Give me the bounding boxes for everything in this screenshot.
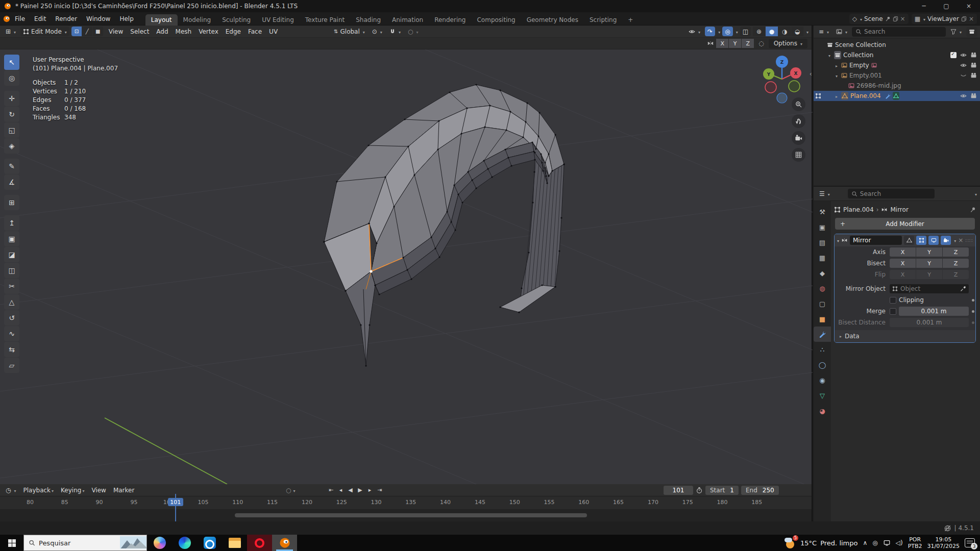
workspace-tab-scripting[interactable]: Scripting <box>584 14 622 26</box>
tool-knife[interactable]: ✂ <box>4 279 19 294</box>
gizmo-neg-y-axis[interactable] <box>789 81 800 92</box>
weather-widget[interactable]: 5 15°C Pred. limpo <box>785 537 857 549</box>
viewport-menu-add[interactable]: Add <box>153 28 172 35</box>
tool-transform[interactable]: ◈ <box>4 138 19 154</box>
play-button[interactable]: ▶ <box>356 487 364 493</box>
properties-tab-output[interactable]: ▤ <box>814 235 831 250</box>
taskbar-app-outlook[interactable] <box>197 535 222 551</box>
tool-shear[interactable]: ▱ <box>4 358 19 373</box>
workspace-tab-animation[interactable]: Animation <box>386 14 429 26</box>
expand-icon[interactable] <box>834 62 839 69</box>
disable-render-icon[interactable] <box>970 92 977 99</box>
orientation-selector[interactable]: ⇅Global <box>331 27 368 36</box>
render-toggle[interactable] <box>941 236 951 245</box>
next-keyframe-button[interactable]: ▸ <box>365 487 374 493</box>
filter-icon[interactable] <box>948 27 964 37</box>
close-button[interactable]: × <box>958 0 980 12</box>
viewport-menu-view[interactable]: View <box>105 28 127 35</box>
tool-poly-build[interactable]: △ <box>4 294 19 310</box>
viewport-menu-mesh[interactable]: Mesh <box>172 28 195 35</box>
workspace-tab-geometry-nodes[interactable]: Geometry Nodes <box>521 14 584 26</box>
xray-toggle[interactable]: ◫ <box>740 27 751 36</box>
data-subpanel[interactable]: Data <box>835 330 975 342</box>
realtime-toggle[interactable] <box>928 236 939 245</box>
copy-icon[interactable] <box>893 15 898 22</box>
taskbar-app-copilot[interactable] <box>147 535 172 551</box>
pivot-selector[interactable]: ⊙ <box>370 27 385 36</box>
jump-end-button[interactable]: ⇥ <box>375 487 384 493</box>
ax-axis-z[interactable]: Z <box>943 247 969 257</box>
workspace-tab-shading[interactable]: Shading <box>350 14 386 26</box>
clock-widget[interactable]: 19:0531/07/2025 <box>927 536 960 549</box>
start-button[interactable] <box>0 535 23 551</box>
wireframe-shading-button[interactable]: ⊕ <box>753 27 765 36</box>
outliner-row-scene-collection[interactable]: Scene Collection <box>814 40 980 50</box>
tray-chevron-icon[interactable]: ∧ <box>863 539 867 546</box>
timeline-scrollbar[interactable] <box>235 513 587 517</box>
taskbar-app-edge[interactable] <box>172 535 197 551</box>
editor-type-button[interactable]: ⊞ <box>3 27 18 36</box>
frame-end-field[interactable]: End250 <box>741 486 779 495</box>
tool-smooth[interactable]: ∿ <box>4 326 19 341</box>
properties-options-dropdown[interactable] <box>974 190 977 197</box>
modifier-extras-dropdown[interactable] <box>953 237 956 244</box>
auto-key-toggle[interactable]: ○ <box>286 487 296 494</box>
copy-icon[interactable] <box>961 15 967 22</box>
current-frame-field[interactable]: 101 <box>664 486 693 495</box>
properties-tab-scene[interactable]: ◆ <box>814 265 831 281</box>
outliner-filter-id[interactable] <box>834 27 850 37</box>
outliner-row-empty[interactable]: Empty <box>814 60 980 70</box>
options-dropdown[interactable]: Options <box>769 39 807 48</box>
show-overlays-toggle[interactable]: ◎ <box>722 27 732 36</box>
properties-tab-material[interactable]: ◕ <box>814 403 831 418</box>
properties-tab-render[interactable]: ▣ <box>814 219 831 235</box>
ax-axis-y[interactable]: Y <box>916 247 942 257</box>
properties-tab-collection[interactable]: ▢ <box>814 296 831 311</box>
notification-center-icon[interactable]: 3 <box>965 538 975 547</box>
properties-tab-constraints[interactable]: ◉ <box>814 372 831 388</box>
tool-extrude-region[interactable]: ↥ <box>4 215 19 231</box>
workspace-tab-texture-paint[interactable]: Texture Paint <box>300 14 350 26</box>
face-select-button[interactable]: ■ <box>93 27 103 36</box>
timeline-ruler[interactable]: 8085909510010511011512012513013514014515… <box>0 496 812 509</box>
delete-modifier-icon[interactable] <box>958 237 963 244</box>
jump-start-button[interactable]: ⇤ <box>327 487 335 493</box>
show-gizmo-toggle[interactable]: ↷ <box>705 27 715 36</box>
ax-flip-y[interactable]: Y <box>916 270 942 279</box>
remove-viewlayer-icon[interactable] <box>969 15 974 22</box>
merge-checkbox[interactable] <box>890 308 896 315</box>
minimize-button[interactable]: ─ <box>913 0 935 12</box>
modifier-name-field[interactable]: Mirror <box>850 236 902 245</box>
properties-tab-view-layer[interactable]: ▦ <box>814 250 831 265</box>
add-workspace-button[interactable]: + <box>622 14 639 26</box>
workspace-tab-uv-editing[interactable]: UV Editing <box>256 14 300 26</box>
workspace-tab-sculpting[interactable]: Sculpting <box>216 14 256 26</box>
menu-render[interactable]: Render <box>51 12 82 26</box>
properties-search-input[interactable]: Search <box>848 189 935 198</box>
snap-magnet-button[interactable] <box>387 27 403 36</box>
viewport-menu-face[interactable]: Face <box>244 28 265 35</box>
viewlayer-selector[interactable]: ▦ ViewLayer <box>912 14 977 24</box>
mode-selector[interactable]: Edit Mode <box>20 27 69 36</box>
collapse-icon[interactable] <box>837 237 839 244</box>
properties-editor-type[interactable]: ☰ <box>817 189 832 198</box>
properties-tab-data[interactable]: ▽ <box>814 388 831 403</box>
tool-loop-cut[interactable]: ◫ <box>4 263 19 278</box>
tool-measure[interactable]: ∡ <box>4 174 19 190</box>
pin-icon[interactable] <box>970 206 976 213</box>
viewport-menu-edge[interactable]: Edge <box>222 28 244 35</box>
edit-mode-toggle[interactable] <box>916 236 926 245</box>
ax-flip-z[interactable]: Z <box>943 270 969 279</box>
tool-tweak-select[interactable]: ↖ <box>4 55 19 70</box>
taskbar-app-blender[interactable] <box>272 535 297 551</box>
ax-bisect-y[interactable]: Y <box>916 259 942 268</box>
outliner-display-mode[interactable]: ≡ <box>816 27 831 37</box>
workspace-tab-rendering[interactable]: Rendering <box>429 14 471 26</box>
pan-hand-icon[interactable] <box>792 114 805 128</box>
properties-tab-tool[interactable]: ⚒ <box>814 204 831 219</box>
maximize-button[interactable]: ▢ <box>935 0 958 12</box>
eyedropper-icon[interactable] <box>960 285 966 292</box>
tool-edge-slide[interactable]: ⇆ <box>4 342 19 357</box>
properties-tab-modifiers[interactable] <box>814 327 831 342</box>
scene-selector[interactable]: ◇ Scene <box>849 14 909 24</box>
